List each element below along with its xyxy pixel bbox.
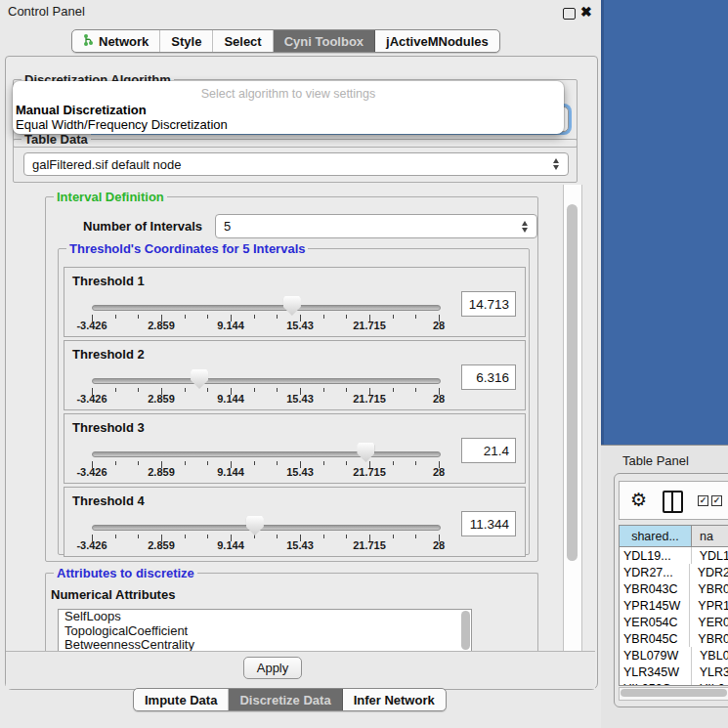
algorithm-dropdown-popup: Select algorithm to view settings Manual…: [13, 81, 564, 134]
slider-tick-label: 2.859: [148, 393, 175, 405]
table-cell[interactable]: YDL1: [692, 547, 728, 564]
slider-tick: [207, 388, 208, 392]
table-cell[interactable]: YDL19...: [620, 547, 692, 564]
table-row[interactable]: YER054CYER0: [620, 614, 728, 630]
table-cell[interactable]: YER054C: [620, 614, 690, 630]
slider-track[interactable]: [92, 525, 441, 531]
checkbox-icon[interactable]: ✓: [711, 495, 722, 506]
tab-label: Network: [99, 34, 149, 49]
table-row[interactable]: YBL079WYBL0: [620, 647, 728, 664]
tab-infer-network[interactable]: Infer Network: [343, 689, 446, 710]
tab-network[interactable]: Network: [72, 30, 160, 52]
tab-style[interactable]: Style: [160, 30, 213, 52]
table-cell[interactable]: YLR345W: [620, 664, 692, 680]
slider-tick: [138, 315, 139, 319]
control-panel-header: Control Panel ✖: [0, 0, 601, 23]
numerical-attributes-list: SelfLoopsTopologicalCoefficientBetweenne…: [58, 609, 472, 651]
table-row[interactable]: YPR145WYPR1: [620, 597, 728, 614]
slider-track[interactable]: [92, 378, 441, 384]
table-cell[interactable]: YIL0: [692, 680, 728, 686]
table-cell[interactable]: YPR145W: [620, 597, 690, 614]
tab-impute-data[interactable]: Impute Data: [134, 689, 229, 710]
slider-tick: [277, 535, 278, 538]
column-header-shared-name[interactable]: shared...: [620, 526, 692, 546]
tab-jactivemnodules[interactable]: jActiveMNodules: [375, 30, 499, 52]
table-cell[interactable]: YIL052C: [620, 680, 692, 686]
tab-label: Cyni Toolbox: [284, 34, 364, 49]
slider-tick: [346, 388, 347, 392]
tab-select[interactable]: Select: [213, 30, 273, 52]
slider-tick: [277, 388, 278, 392]
split-columns-icon[interactable]: [663, 491, 683, 513]
attributes-group-title: Attributes to discretize: [54, 566, 197, 580]
table-cell[interactable]: YDR2: [690, 564, 728, 580]
table-data-value: galFiltered.sif default node: [32, 157, 181, 172]
table-data-title: Table Data: [21, 132, 91, 147]
network-desktop: GAL80GACGAL11GAL4GCY1HHAP2: [601, 0, 728, 445]
interval-definition-title: Interval Definition: [54, 190, 167, 204]
table-cell[interactable]: YBR043C: [620, 580, 690, 597]
table-row[interactable]: YIL052CYIL0: [620, 680, 728, 686]
threshold-value-field[interactable]: 21.4: [461, 438, 516, 463]
slider-tick: [207, 461, 208, 465]
dropdown-option-equal-width-frequency-discretization[interactable]: Equal Width/Frequency Discretization: [16, 117, 228, 132]
spinner-arrows-icon: [522, 221, 529, 233]
slider-thumb[interactable]: [283, 296, 301, 316]
list-scrollbar-thumb[interactable]: [461, 611, 470, 650]
table-cell[interactable]: YER0: [690, 614, 728, 630]
threshold-value-field[interactable]: 14.713: [461, 291, 516, 317]
table-cell[interactable]: YBL0: [692, 647, 728, 664]
number-of-intervals-label: Number of Intervals: [83, 219, 202, 234]
table-row[interactable]: YBR043CYBR0: [620, 580, 728, 597]
table-cell[interactable]: YLR3: [692, 664, 728, 680]
table-row[interactable]: YDL19...YDL1: [620, 547, 728, 564]
slider-track[interactable]: [92, 305, 441, 311]
table-row[interactable]: YBR045CYBR0: [620, 630, 728, 647]
slider-tick: [323, 535, 324, 538]
table-cell[interactable]: YBL079W: [620, 647, 692, 664]
table-row[interactable]: YLR345WYLR3: [620, 664, 728, 680]
table-cell[interactable]: YBR045C: [620, 630, 690, 647]
close-panel-icon[interactable]: ✖: [580, 4, 592, 20]
slider-tick-label: 28: [433, 539, 445, 551]
panel-title: Control Panel: [8, 4, 85, 19]
table-cell[interactable]: YBR0: [690, 580, 728, 597]
panel-scrollbar-thumb[interactable]: [567, 204, 578, 561]
slider-tick-label: 2.859: [148, 320, 175, 331]
dropdown-option-manual-discretization[interactable]: Manual Discretization: [16, 103, 147, 117]
table-row[interactable]: YDR27...YDR2: [620, 564, 728, 580]
column-header-name[interactable]: na: [692, 526, 728, 546]
slider-thumb[interactable]: [246, 516, 264, 535]
threshold-value-field[interactable]: 6.316: [461, 364, 516, 390]
slider-tick: [415, 535, 416, 538]
number-of-intervals-spinner[interactable]: 5: [215, 214, 537, 238]
slider-tick: [323, 388, 324, 392]
attribute-item-selfloops[interactable]: SelfLoops: [59, 610, 471, 624]
tab-cyni-toolbox[interactable]: Cyni Toolbox: [274, 30, 375, 52]
slider-tick-label: 15.43: [286, 393, 314, 405]
table-cell[interactable]: YDR27...: [620, 564, 690, 580]
checkbox-icon[interactable]: ✓: [698, 495, 708, 506]
slider-thumb[interactable]: [191, 369, 208, 389]
table-scrollbar-thumb[interactable]: [621, 689, 727, 697]
slider-tick: [277, 315, 278, 319]
slider-tick: [393, 535, 394, 538]
table-cell[interactable]: YBR0: [690, 630, 728, 647]
gear-icon[interactable]: ⚙: [630, 489, 647, 511]
table-data-combobox[interactable]: galFiltered.sif default node: [23, 152, 569, 176]
panel-scrollbar[interactable]: [563, 185, 582, 651]
slider-thumb[interactable]: [357, 443, 374, 462]
slider-tick: [115, 315, 116, 319]
tab-discretize-data[interactable]: Discretize Data: [229, 689, 342, 710]
table-horizontal-scrollbar[interactable]: [619, 687, 728, 701]
slider-tick: [115, 461, 116, 465]
node-table: shared... na YDL19...YDL1YDR27...YDR2YBR…: [619, 525, 728, 686]
slider-track[interactable]: [92, 451, 441, 457]
attribute-item-betweennesscentrality[interactable]: BetweennessCentrality: [59, 638, 471, 651]
threshold-value-field[interactable]: 11.344: [461, 511, 516, 536]
float-panel-icon[interactable]: [563, 8, 576, 20]
apply-button[interactable]: Apply: [243, 657, 302, 679]
table-cell[interactable]: YPR1: [690, 597, 728, 614]
attribute-item-topologicalcoefficient[interactable]: TopologicalCoefficient: [59, 624, 471, 639]
table-panel-title: Table Panel: [622, 453, 689, 468]
